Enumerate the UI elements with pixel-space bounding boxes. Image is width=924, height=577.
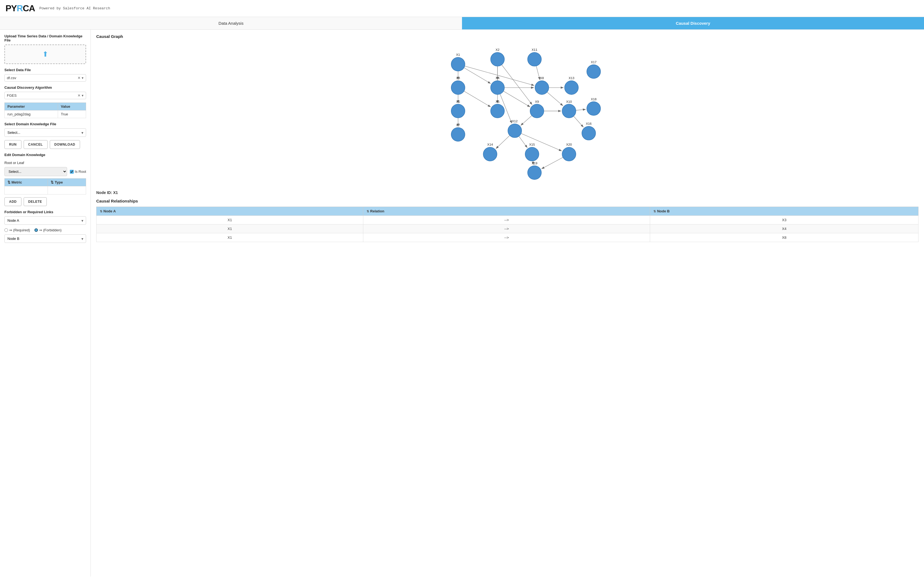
node-circle-X7	[451, 127, 465, 141]
upload-area[interactable]: ⬆	[5, 45, 86, 64]
edge-X11-X8	[536, 66, 540, 80]
is-root-checkbox[interactable]	[70, 170, 74, 174]
node-X3[interactable]: X3	[451, 76, 465, 95]
node-X7[interactable]: X7	[451, 123, 465, 142]
param-cell: run_pdag2dag	[5, 110, 58, 118]
tab-data-analysis[interactable]: Data Analysis	[0, 17, 462, 29]
node-circle-X14	[483, 147, 497, 161]
data-file-select[interactable]: df.csv ✕ ▾	[5, 74, 86, 82]
node-circle-X19	[528, 166, 541, 179]
relation-sort-icon: ⇅	[367, 210, 369, 213]
node-circle-X9	[530, 104, 544, 118]
node-label-X18: X18	[591, 97, 596, 101]
node-X20[interactable]: X20	[562, 143, 576, 161]
node-label-X12: X12	[512, 119, 518, 123]
domain-knowledge-table: ⇅ Metric ⇅ Type	[5, 178, 86, 195]
rel-node-a: X1	[97, 216, 363, 224]
dk-type-cell	[48, 186, 86, 195]
node-label-X8: X8	[540, 76, 544, 80]
node-circle-X13	[565, 81, 578, 95]
tab-causal-discovery[interactable]: Causal Discovery	[462, 17, 924, 29]
node-a-select[interactable]: Node A	[5, 216, 86, 225]
root-leaf-select[interactable]: Select...	[5, 167, 67, 176]
algorithm-select[interactable]: FGES ✕ ▾	[5, 92, 86, 99]
node-circle-X10	[562, 104, 576, 118]
algorithm-value: FGES	[7, 93, 78, 98]
left-panel: Upload Time Series Data / Domain Knowled…	[0, 30, 91, 577]
right-panel: Causal Graph X1X2X11X17X3X4X8X13X5X6X9X1…	[91, 30, 924, 577]
root-leaf-label: Root or Leaf	[5, 161, 86, 165]
tabs: Data Analysis Causal Discovery	[0, 17, 924, 30]
required-radio[interactable]	[5, 228, 8, 232]
domain-knowledge-select[interactable]: Select...	[5, 128, 86, 137]
forbidden-links-label: Forbidden or Required Links	[5, 210, 86, 214]
add-button[interactable]: ADD	[5, 197, 21, 206]
node-X14[interactable]: X14	[483, 143, 497, 161]
clear-algorithm-btn[interactable]: ✕	[78, 93, 81, 98]
node-X12[interactable]: X12	[508, 119, 522, 138]
node-label-X19: X19	[531, 161, 537, 165]
node-X19[interactable]: X19	[528, 161, 541, 180]
node-circle-X1	[451, 57, 465, 71]
is-root-label[interactable]: Is Root	[70, 169, 86, 174]
relation-col-header: ⇅Relation	[363, 207, 650, 216]
node-b-select[interactable]: Node B	[5, 234, 86, 243]
cancel-button[interactable]: CANCEL	[24, 140, 48, 149]
logo-ca: CA	[23, 3, 35, 13]
required-radio-label[interactable]: ⇒ (Required)	[5, 228, 30, 232]
node-label-X1: X1	[456, 53, 460, 56]
rel-node-b: X3	[650, 216, 919, 224]
delete-button[interactable]: DELETE	[24, 197, 47, 206]
param-col-header: Parameter	[5, 103, 58, 110]
node-label-X11: X11	[531, 48, 537, 52]
rel-node-a: X1	[97, 233, 363, 242]
node-X13[interactable]: X13	[565, 76, 578, 95]
node-X10[interactable]: X10	[562, 100, 576, 118]
node-X1[interactable]: X1	[451, 53, 465, 71]
upload-icon: ⬆	[42, 50, 48, 58]
domain-knowledge-select-wrapper: Select...	[5, 128, 86, 137]
edge-X8-X10	[547, 92, 563, 106]
node-X18[interactable]: X18	[587, 97, 601, 116]
node-X8[interactable]: X8	[535, 76, 549, 95]
node-label-X17: X17	[591, 60, 596, 64]
rel-relation: -->	[363, 216, 650, 224]
dk-metric-header: ⇅ Metric	[5, 179, 48, 186]
node-X2[interactable]: X2	[491, 48, 504, 66]
node-b-col-header: ⇅Node B	[650, 207, 919, 216]
forbidden-label-text: ⇒ (Forbidden)	[39, 228, 61, 232]
forbidden-radio-label[interactable]: ⇒ (Forbidden)	[34, 228, 61, 232]
run-button[interactable]: RUN	[5, 140, 21, 149]
rel-node-b: X4	[650, 224, 919, 233]
relationship-row: X1-->X8	[97, 233, 919, 242]
edge-X20-X19	[541, 158, 563, 169]
node-X17[interactable]: X17	[587, 60, 601, 79]
forbidden-radio[interactable]	[34, 228, 38, 232]
node-b-select-wrapper: Node B	[5, 234, 86, 243]
node-label-X9: X9	[535, 100, 539, 103]
node-circle-X11	[528, 53, 541, 66]
node-X15[interactable]: X15	[525, 143, 539, 161]
node-label-X13: X13	[569, 76, 575, 80]
node-label-X6: X6	[496, 100, 499, 103]
download-button[interactable]: DOWNLOAD	[50, 140, 80, 149]
node-label-X4: X4	[496, 76, 500, 80]
edge-X3-X6	[464, 91, 491, 107]
node-X5[interactable]: X5	[451, 100, 465, 118]
causal-graph-svg[interactable]: X1X2X11X17X3X4X8X13X5X6X9X10X18X7X12X16X…	[96, 42, 919, 185]
node-X4[interactable]: X4	[491, 76, 504, 95]
node-X6[interactable]: X6	[491, 100, 504, 118]
main-layout: Upload Time Series Data / Domain Knowled…	[0, 30, 924, 577]
node-label-X3: X3	[456, 76, 460, 80]
logo-r: R	[17, 3, 23, 13]
upload-section-label: Upload Time Series Data / Domain Knowled…	[5, 34, 86, 42]
node-X16[interactable]: X16	[582, 122, 596, 140]
edge-X2-X9	[502, 65, 532, 105]
node-X9[interactable]: X9	[530, 100, 544, 118]
node-X11[interactable]: X11	[528, 48, 541, 66]
relationship-row: X1-->X4	[97, 224, 919, 233]
node-circle-X12	[508, 124, 522, 138]
clear-data-file-btn[interactable]: ✕	[78, 76, 81, 80]
node-label-X2: X2	[496, 48, 499, 52]
root-leaf-select-wrapper: Select...	[5, 167, 67, 176]
